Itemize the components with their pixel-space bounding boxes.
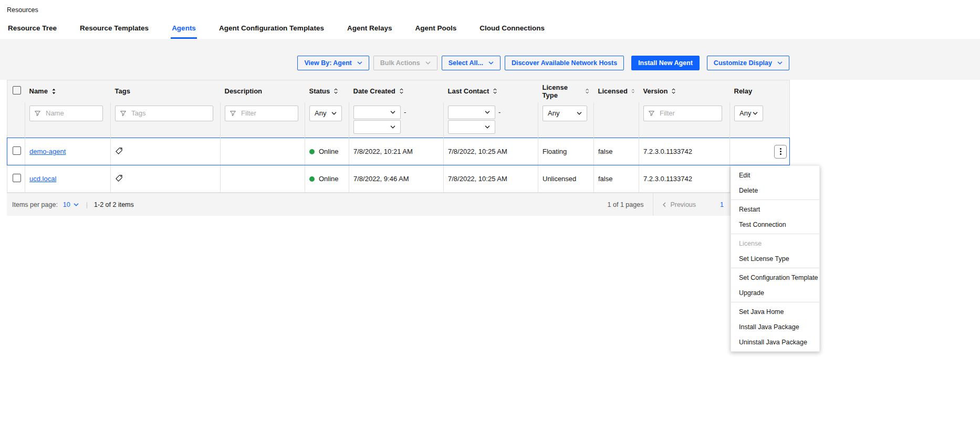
menu-item-restart[interactable]: Restart	[731, 202, 819, 217]
menu-item-uninstall-java-package[interactable]: Uninstall Java Package	[731, 334, 819, 350]
license-type-cell: Floating	[538, 138, 594, 165]
current-page-number[interactable]: 1	[720, 201, 724, 208]
chevron-down-icon	[390, 111, 395, 114]
status-filter-select[interactable]: Any	[309, 106, 342, 121]
version-filter-input[interactable]	[643, 106, 722, 121]
column-header-status[interactable]: Status	[309, 87, 330, 95]
tags-filter-input[interactable]	[115, 106, 213, 121]
bulk-actions-label: Bulk Actions	[380, 59, 420, 67]
column-header-description: Description	[225, 87, 263, 95]
license-type-filter-select[interactable]: Any	[543, 106, 587, 121]
column-header-name[interactable]: Name	[29, 87, 48, 95]
sort-icon[interactable]	[671, 88, 676, 94]
customize-display-button[interactable]: Customize Display	[707, 56, 789, 70]
sort-icon[interactable]	[631, 88, 635, 94]
version-cell: 7.2.3.0.1133742	[639, 165, 730, 193]
table-header-row: Name Tags Description Status Date Create…	[7, 80, 790, 102]
chevron-down-icon	[753, 112, 758, 115]
status-filter-value: Any	[315, 109, 326, 117]
licensed-cell: false	[594, 165, 639, 193]
chevron-down-icon	[488, 61, 494, 65]
menu-item-set-java-home[interactable]: Set Java Home	[731, 304, 819, 319]
column-header-license-type[interactable]: License Type	[543, 83, 582, 99]
date-created-to-select[interactable]	[353, 120, 401, 134]
previous-page-button[interactable]: Previous	[663, 201, 696, 208]
name-filter-input[interactable]	[29, 106, 103, 121]
toolbar-band: View By: Agent Bulk Actions Select All..…	[0, 39, 980, 80]
chevron-left-icon	[663, 202, 666, 207]
chevron-down-icon	[357, 61, 362, 65]
items-per-page-value: 10	[63, 201, 70, 208]
sort-arrows-icon[interactable]	[51, 88, 56, 94]
tab-resource-templates[interactable]: Resource Templates	[79, 22, 150, 39]
sort-icon[interactable]	[493, 88, 497, 94]
table-row: ucd.local Online 7/8/2022, 9:46 AM 7/8/2…	[7, 165, 790, 193]
tab-agent-configuration-templates[interactable]: Agent Configuration Templates	[218, 22, 325, 39]
row-checkbox[interactable]	[13, 174, 21, 182]
tab-resource-tree[interactable]: Resource Tree	[7, 22, 58, 39]
customize-display-label: Customize Display	[714, 59, 772, 67]
tab-agents[interactable]: Agents	[171, 22, 197, 39]
last-contact-to-select[interactable]	[448, 120, 495, 134]
date-created-from-select[interactable]	[353, 106, 401, 119]
row-actions-kebab-button[interactable]	[774, 145, 787, 159]
previous-label: Previous	[670, 201, 696, 208]
menu-item-set-configuration-template[interactable]: Set Configuration Template	[731, 270, 819, 285]
status-value: Online	[319, 148, 339, 155]
date-created-cell: 7/8/2022, 10:21 AM	[349, 138, 444, 165]
date-range-separator: -	[404, 106, 406, 135]
tab-agent-relays[interactable]: Agent Relays	[346, 22, 393, 39]
tab-cloud-connections[interactable]: Cloud Connections	[478, 22, 546, 39]
version-filter-wrap	[643, 106, 722, 121]
sort-icon[interactable]	[333, 88, 338, 94]
menu-item-upgrade[interactable]: Upgrade	[731, 285, 819, 300]
license-type-cell: Unlicensed	[538, 165, 594, 193]
agent-name-link[interactable]: ucd.local	[29, 175, 56, 183]
chevron-down-icon	[777, 61, 783, 65]
select-all-checkbox[interactable]	[13, 86, 21, 94]
menu-item-set-license-type[interactable]: Set License Type	[731, 251, 819, 266]
row-checkbox[interactable]	[13, 146, 21, 155]
column-header-last-contact[interactable]: Last Contact	[448, 87, 489, 95]
column-header-licensed[interactable]: Licensed	[598, 87, 628, 95]
page-title: Resources	[0, 0, 980, 14]
chevron-down-icon	[331, 112, 337, 115]
relay-filter-select[interactable]: Any	[734, 106, 763, 121]
date-range-separator: -	[498, 106, 501, 135]
menu-item-edit[interactable]: Edit	[731, 167, 819, 183]
status-online-icon	[309, 149, 315, 154]
tag-icon[interactable]	[115, 147, 123, 155]
description-cell	[221, 138, 305, 165]
tab-bar: Resource Tree Resource Templates Agents …	[0, 22, 980, 39]
bulk-actions-button[interactable]: Bulk Actions	[373, 56, 437, 70]
items-per-page-select[interactable]: 10	[63, 201, 79, 208]
select-all-button[interactable]: Select All...	[442, 56, 501, 70]
view-by-label: View By: Agent	[304, 59, 351, 67]
chevron-down-icon	[390, 125, 395, 129]
licensed-cell: false	[594, 138, 639, 165]
menu-item-install-java-package[interactable]: Install Java Package	[731, 319, 819, 334]
menu-item-license: License	[731, 236, 819, 251]
column-header-date-created[interactable]: Date Created	[353, 87, 395, 95]
description-filter-wrap	[225, 106, 298, 121]
menu-item-delete[interactable]: Delete	[731, 183, 819, 198]
status-value: Online	[319, 175, 339, 183]
page-count-text: 1 of 1 pages	[608, 201, 644, 208]
tag-icon[interactable]	[115, 174, 123, 182]
version-cell: 7.2.3.0.1133742	[639, 138, 730, 165]
column-header-version[interactable]: Version	[643, 87, 668, 95]
pagination-bar: Items per page: 10 | 1-2 of 2 items 1 of…	[7, 193, 789, 216]
chevron-down-icon	[577, 112, 582, 115]
pagination-divider	[653, 193, 653, 216]
menu-item-test-connection[interactable]: Test Connection	[731, 217, 819, 232]
last-contact-from-select[interactable]	[448, 106, 495, 119]
sort-icon[interactable]	[399, 88, 404, 94]
sort-icon[interactable]	[585, 88, 589, 94]
agent-name-link[interactable]: demo-agent	[29, 148, 66, 155]
description-filter-input[interactable]	[225, 106, 298, 121]
discover-network-hosts-button[interactable]: Discover Available Network Hosts	[505, 56, 624, 70]
install-new-agent-button[interactable]: Install New Agent	[631, 56, 700, 70]
tab-agent-pools[interactable]: Agent Pools	[414, 22, 457, 39]
view-by-button[interactable]: View By: Agent	[297, 56, 369, 70]
relay-filter-value: Any	[739, 109, 751, 117]
